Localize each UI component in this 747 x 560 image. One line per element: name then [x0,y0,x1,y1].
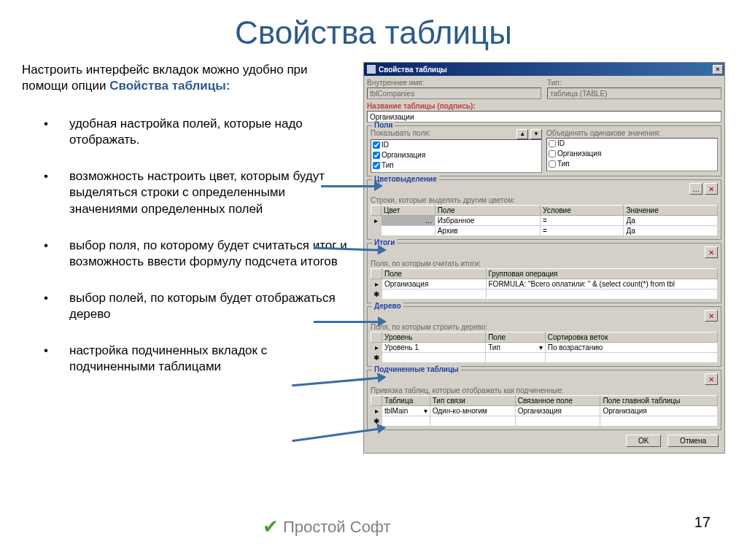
up-button[interactable]: ▲ [516,129,528,139]
merge-item: Организация [557,149,601,158]
label-merge: Объединять одинакове значения: [546,129,718,137]
col-main: Поле главной таблицы [600,396,718,406]
ok-button[interactable]: OK [626,435,661,447]
group-color: Цветовыделение … ✕ Строки, которые выдел… [367,179,721,240]
close-button[interactable]: × [713,65,723,74]
col-sort: Сортировка веток [545,332,717,343]
row-selector[interactable] [371,226,382,236]
delete-button[interactable]: ✕ [705,183,718,195]
label-type: Тип: [547,79,721,87]
cell[interactable]: Избранное [435,216,540,226]
row-selector[interactable]: ▸ [371,279,382,289]
bullet-item: возможность настроить цвет, которым буду… [44,168,356,217]
label-totals-desc: Поля, по которым считать итоги: [371,260,718,268]
cell[interactable]: Да [624,216,718,226]
cell[interactable]: Уровень 1 [382,343,486,353]
label-tree-desc: Поля, по которым строить дерево: [371,323,718,331]
pointer-arrow-icon [314,321,379,323]
row-selector[interactable]: ▸ [371,406,382,416]
group-tree-title: Дерево [372,302,403,310]
pointer-arrow-icon [321,185,376,187]
group-fields-title: Поля [372,121,395,129]
col-linked: Связанное поле [515,396,600,406]
row-selector[interactable]: ▸ [371,343,382,353]
group-tree: Дерево ✕ Поля, по которым строить дерево… [367,306,721,367]
label-color-desc: Строки, которые выделять другим цветом: [371,196,718,204]
chk-show-id[interactable] [373,141,380,149]
page-number: 17 [694,514,711,531]
delete-button[interactable]: ✕ [705,246,718,258]
show-item: Тип [382,161,394,169]
bullet-item: удобная настройка полей, которые надо от… [44,116,356,148]
intro-text: Настроить интерфейс вкладок можно удобно… [22,62,356,94]
cell[interactable]: Да [624,226,718,236]
chk-merge-type[interactable] [549,160,556,168]
col-val: Значение [624,206,718,216]
input-caption[interactable]: Организации [367,111,721,122]
bullet-item: выбор полей, по которым будет отображать… [44,290,356,322]
cell[interactable]: Организация [382,279,487,289]
chk-show-org[interactable] [373,152,380,159]
label-caption: Название таблицы (подпись): [367,102,721,110]
dropdown-icon[interactable]: ▾ [424,407,427,415]
intro-b: Свойства таблицы: [109,79,230,93]
group-totals: Итоги ✕ Поля, по которым считать итоги: … [367,243,721,303]
cell[interactable]: Один-ко-многим [430,406,515,416]
totals-grid[interactable]: Поле Групповая операция ▸ Организация FO… [371,268,718,300]
row-selector[interactable]: ▸ [371,216,382,226]
delete-button[interactable]: ✕ [705,310,718,322]
cell[interactable]: = [541,226,624,236]
tree-grid[interactable]: Уровень Поле Сортировка веток ▸ Уровень … [371,332,718,363]
window-icon [367,65,376,74]
cell[interactable]: = [541,216,624,226]
down-button[interactable]: ▼ [530,129,542,139]
slide-title: Свойства таблицы [0,15,747,51]
show-item: Организация [382,151,425,159]
cell[interactable]: Организация [515,406,600,416]
cell[interactable]: Архив [435,226,540,236]
edit-button[interactable]: … [689,183,703,195]
label-internal: Внутреннее имя: [367,79,541,87]
footer-text: Простой Софт [283,518,391,537]
sub-grid[interactable]: Таблица Тип связи Связанное поле Поле гл… [371,395,718,427]
col-field: Поле [486,332,546,343]
col-color: Цвет [382,206,436,216]
cell[interactable]: Тип [488,343,500,351]
label-showfields: Показывать поля: [371,129,430,139]
col-field: Поле [382,269,487,279]
group-fields: Поля Показывать поля: ▲ ▼ ID [367,125,721,176]
footer-logo: ✔ Простой Софт [263,516,391,538]
check-icon: ✔ [263,516,279,538]
col-op: Групповая операция [486,269,718,279]
chk-merge-org[interactable] [549,150,556,158]
list-merge[interactable]: ID Организация Тип [546,138,718,171]
new-row-icon[interactable]: ✱ [371,353,382,363]
group-subtables: Подчиненные таблицы ✕ Привязка таблиц, к… [367,370,721,430]
delete-button[interactable]: ✕ [705,373,718,385]
merge-item: ID [557,139,565,147]
col-field: Поле [435,206,540,216]
cell[interactable]: По возрастанию [545,343,717,353]
cell[interactable]: Организация [600,406,718,416]
cancel-button[interactable]: Отмена [667,435,719,447]
label-sub-desc: Привязка таблиц, которые отображать как … [371,386,718,394]
chk-show-type[interactable] [373,162,380,169]
merge-item: Тип [557,160,570,168]
input-type: таблица (TABLE) [547,88,721,99]
color-grid[interactable]: Цвет Поле Условие Значение ▸ … Избранное… [371,205,718,236]
bullet-item: выбор поля, по которому будет считаться … [44,238,356,270]
dropdown-icon[interactable]: ▾ [539,343,543,351]
dialog-window: Свойства таблицы × Внутреннее имя: tblCo… [363,62,725,454]
color-picker-icon[interactable]: … [425,217,433,225]
list-showfields[interactable]: ID Организация Тип [371,139,542,173]
cell[interactable]: tblMain [384,407,408,415]
bullet-item: настройка подчиненных вкладок с подчинен… [44,343,356,375]
cell[interactable]: FORMULA: "Всего оплатили: " & (select co… [486,279,718,289]
new-row-icon[interactable]: ✱ [371,289,382,300]
dialog-title: Свойства таблицы [379,66,713,74]
bullet-list: удобная настройка полей, которые надо от… [22,116,356,375]
chk-merge-id[interactable] [549,140,556,147]
col-cond: Условие [541,206,624,216]
dialog-titlebar[interactable]: Свойства таблицы × [364,63,724,76]
input-internal: tblCompanies [367,88,541,99]
